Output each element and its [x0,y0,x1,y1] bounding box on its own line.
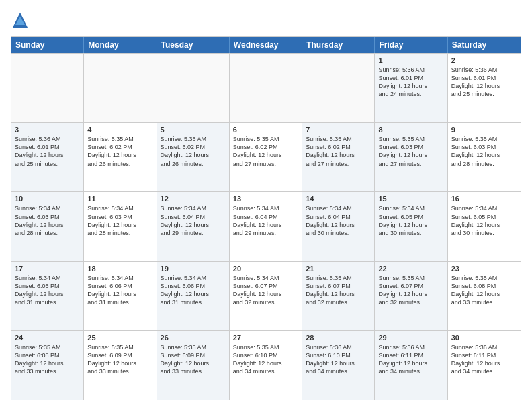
day-info: Sunrise: 5:34 AM Sunset: 6:05 PM Dayligh… [451,204,517,237]
day-number: 4 [87,126,152,134]
day-number: 17 [15,265,80,273]
day-info: Sunrise: 5:35 AM Sunset: 6:08 PM Dayligh… [451,274,517,307]
empty-cell [157,54,230,122]
day-cell-3: 3Sunrise: 5:36 AM Sunset: 6:01 PM Daylig… [11,123,84,191]
weekday-header-tuesday: Tuesday [157,37,230,53]
day-number: 13 [233,195,298,203]
day-info: Sunrise: 5:34 AM Sunset: 6:07 PM Dayligh… [233,274,298,307]
day-info: Sunrise: 5:35 AM Sunset: 6:03 PM Dayligh… [378,135,443,168]
day-number: 16 [451,195,517,203]
day-info: Sunrise: 5:36 AM Sunset: 6:01 PM Dayligh… [451,66,517,99]
day-info: Sunrise: 5:35 AM Sunset: 6:07 PM Dayligh… [378,274,443,307]
day-info: Sunrise: 5:36 AM Sunset: 6:10 PM Dayligh… [306,343,371,376]
day-info: Sunrise: 5:34 AM Sunset: 6:04 PM Dayligh… [233,204,298,237]
empty-cell [11,54,84,122]
header [11,11,521,30]
day-info: Sunrise: 5:34 AM Sunset: 6:03 PM Dayligh… [87,204,152,237]
weekday-header-saturday: Saturday [448,37,521,53]
day-cell-24: 24Sunrise: 5:35 AM Sunset: 6:08 PM Dayli… [11,331,84,400]
calendar-row-3: 10Sunrise: 5:34 AM Sunset: 6:03 PM Dayli… [11,191,521,261]
day-number: 26 [161,334,226,342]
day-info: Sunrise: 5:35 AM Sunset: 6:02 PM Dayligh… [87,135,152,168]
day-cell-2: 2Sunrise: 5:36 AM Sunset: 6:01 PM Daylig… [448,54,521,122]
day-cell-18: 18Sunrise: 5:34 AM Sunset: 6:06 PM Dayli… [84,262,157,330]
day-cell-29: 29Sunrise: 5:36 AM Sunset: 6:11 PM Dayli… [375,331,447,400]
day-number: 8 [378,126,443,134]
day-cell-10: 10Sunrise: 5:34 AM Sunset: 6:03 PM Dayli… [11,192,84,261]
calendar-row-1: 1Sunrise: 5:36 AM Sunset: 6:01 PM Daylig… [11,53,521,122]
day-cell-23: 23Sunrise: 5:35 AM Sunset: 6:08 PM Dayli… [448,262,521,330]
day-info: Sunrise: 5:35 AM Sunset: 6:09 PM Dayligh… [161,343,226,376]
day-cell-21: 21Sunrise: 5:35 AM Sunset: 6:07 PM Dayli… [302,262,375,330]
logo-icon [11,11,30,30]
day-cell-14: 14Sunrise: 5:34 AM Sunset: 6:04 PM Dayli… [302,192,375,261]
day-number: 9 [451,126,517,134]
day-number: 12 [161,195,226,203]
day-info: Sunrise: 5:35 AM Sunset: 6:02 PM Dayligh… [233,135,298,168]
day-cell-5: 5Sunrise: 5:35 AM Sunset: 6:02 PM Daylig… [157,123,230,191]
day-cell-1: 1Sunrise: 5:36 AM Sunset: 6:01 PM Daylig… [375,54,447,122]
day-cell-7: 7Sunrise: 5:35 AM Sunset: 6:02 PM Daylig… [302,123,375,191]
calendar: SundayMondayTuesdayWednesdayThursdayFrid… [11,36,521,400]
day-number: 11 [87,195,152,203]
day-cell-20: 20Sunrise: 5:34 AM Sunset: 6:07 PM Dayli… [230,262,302,330]
day-info: Sunrise: 5:34 AM Sunset: 6:04 PM Dayligh… [306,204,371,237]
weekday-header-friday: Friday [375,37,447,53]
day-cell-6: 6Sunrise: 5:35 AM Sunset: 6:02 PM Daylig… [230,123,302,191]
day-cell-11: 11Sunrise: 5:34 AM Sunset: 6:03 PM Dayli… [84,192,157,261]
day-info: Sunrise: 5:36 AM Sunset: 6:01 PM Dayligh… [378,66,443,99]
empty-cell [302,54,375,122]
day-number: 23 [451,265,517,273]
weekday-header-monday: Monday [84,37,157,53]
day-info: Sunrise: 5:36 AM Sunset: 6:01 PM Dayligh… [15,135,80,168]
day-info: Sunrise: 5:34 AM Sunset: 6:06 PM Dayligh… [87,274,152,307]
day-number: 1 [378,56,443,64]
day-number: 25 [87,334,152,342]
day-info: Sunrise: 5:35 AM Sunset: 6:08 PM Dayligh… [15,343,80,376]
day-number: 15 [378,195,443,203]
day-cell-12: 12Sunrise: 5:34 AM Sunset: 6:04 PM Dayli… [157,192,230,261]
calendar-row-2: 3Sunrise: 5:36 AM Sunset: 6:01 PM Daylig… [11,122,521,191]
day-number: 27 [233,334,298,342]
day-number: 28 [306,334,371,342]
day-number: 14 [306,195,371,203]
calendar-body: 1Sunrise: 5:36 AM Sunset: 6:01 PM Daylig… [11,53,521,400]
day-number: 6 [233,126,298,134]
weekday-header-sunday: Sunday [11,37,84,53]
day-number: 19 [161,265,226,273]
day-number: 7 [306,126,371,134]
empty-cell [230,54,302,122]
calendar-row-5: 24Sunrise: 5:35 AM Sunset: 6:08 PM Dayli… [11,330,521,400]
day-number: 2 [451,56,517,64]
day-info: Sunrise: 5:35 AM Sunset: 6:09 PM Dayligh… [87,343,152,376]
day-cell-22: 22Sunrise: 5:35 AM Sunset: 6:07 PM Dayli… [375,262,447,330]
day-cell-27: 27Sunrise: 5:35 AM Sunset: 6:10 PM Dayli… [230,331,302,400]
day-info: Sunrise: 5:34 AM Sunset: 6:03 PM Dayligh… [15,204,80,237]
day-cell-30: 30Sunrise: 5:36 AM Sunset: 6:11 PM Dayli… [448,331,521,400]
page: SundayMondayTuesdayWednesdayThursdayFrid… [0,0,532,411]
day-info: Sunrise: 5:34 AM Sunset: 6:05 PM Dayligh… [15,274,80,307]
day-number: 30 [451,334,517,342]
day-info: Sunrise: 5:34 AM Sunset: 6:06 PM Dayligh… [161,274,226,307]
day-number: 22 [378,265,443,273]
day-number: 24 [15,334,80,342]
day-cell-25: 25Sunrise: 5:35 AM Sunset: 6:09 PM Dayli… [84,331,157,400]
day-info: Sunrise: 5:35 AM Sunset: 6:10 PM Dayligh… [233,343,298,376]
weekday-header-wednesday: Wednesday [230,37,302,53]
day-number: 29 [378,334,443,342]
calendar-row-4: 17Sunrise: 5:34 AM Sunset: 6:05 PM Dayli… [11,261,521,330]
day-cell-19: 19Sunrise: 5:34 AM Sunset: 6:06 PM Dayli… [157,262,230,330]
logo [11,11,32,30]
day-info: Sunrise: 5:34 AM Sunset: 6:05 PM Dayligh… [378,204,443,237]
day-number: 5 [161,126,226,134]
day-cell-17: 17Sunrise: 5:34 AM Sunset: 6:05 PM Dayli… [11,262,84,330]
day-info: Sunrise: 5:35 AM Sunset: 6:03 PM Dayligh… [451,135,517,168]
day-number: 21 [306,265,371,273]
day-info: Sunrise: 5:36 AM Sunset: 6:11 PM Dayligh… [451,343,517,376]
day-info: Sunrise: 5:34 AM Sunset: 6:04 PM Dayligh… [161,204,226,237]
day-number: 18 [87,265,152,273]
day-number: 3 [15,126,80,134]
day-number: 10 [15,195,80,203]
weekday-header-thursday: Thursday [302,37,375,53]
calendar-header: SundayMondayTuesdayWednesdayThursdayFrid… [11,37,521,53]
